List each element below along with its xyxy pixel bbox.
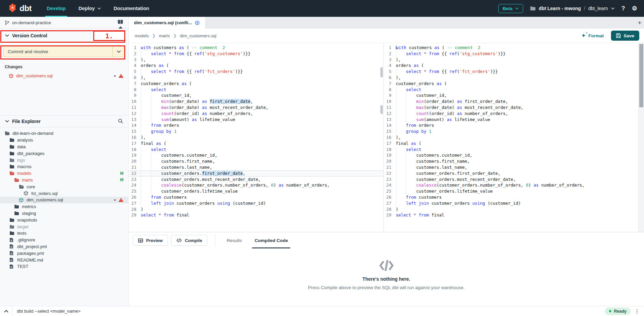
code-line-29[interactable]: 29select * from final: [129, 212, 383, 218]
scrollbar-thumb[interactable]: [380, 105, 383, 114]
tree-item-macros[interactable]: macros: [0, 163, 128, 170]
right-scrollbar[interactable]: [638, 43, 644, 232]
code-line-16[interactable]: 16),: [129, 134, 383, 141]
gear-icon[interactable]: ⚙: [632, 5, 637, 12]
code-line-15[interactable]: 15 group by 1: [384, 128, 639, 134]
code-line-12[interactable]: 12 count(order_id) as number_of_orders,: [384, 111, 639, 117]
commit-resolve-button[interactable]: Commit and resolve: [3, 46, 125, 57]
code-line-9[interactable]: 9 customer_id,: [384, 92, 639, 98]
code-line-21[interactable]: 21 customers.last_name,: [129, 164, 383, 170]
code-line-2[interactable]: 2 select * from {{ ref('stg_customers')}…: [384, 51, 639, 57]
code-line-15[interactable]: 15 group by 1: [129, 128, 383, 134]
code-line-14[interactable]: 14 from orders: [384, 122, 639, 128]
editor-tab-dim-customers[interactable]: dim_customers.sql (confli...: [129, 17, 205, 29]
code-line-4[interactable]: 4orders as (: [129, 63, 383, 69]
project-name[interactable]: dbt_learn: [588, 6, 608, 11]
search-icon[interactable]: [118, 118, 123, 125]
tree-item-TEST[interactable]: TEST: [0, 263, 128, 270]
commit-dropdown-toggle[interactable]: [112, 46, 125, 57]
code-line-23[interactable]: 23 customer_orders.most_recent_order_dat…: [129, 176, 383, 183]
code-line-9[interactable]: 9 customer_id,: [129, 92, 383, 98]
help-icon[interactable]: ?: [621, 5, 625, 12]
code-line-25[interactable]: 25 customer_orders.lifetime_value: [129, 188, 383, 194]
code-line-5[interactable]: 5 select * from {{ ref('fct_orders')}}: [384, 69, 639, 75]
breadcrumb-item-models[interactable]: models: [135, 33, 149, 38]
branch-row[interactable]: on-demand-practice: [0, 17, 128, 29]
tree-item-dim_customers.sql[interactable]: dim_customers.sql•: [0, 197, 128, 203]
scrollbar-thumb[interactable]: [380, 67, 383, 77]
code-line-29[interactable]: 29select * from final: [384, 212, 639, 218]
compile-button[interactable]: Compile: [171, 235, 207, 246]
editor-pane-left[interactable]: 1with customers as ( -- comment 22 selec…: [129, 43, 383, 232]
code-line-17[interactable]: 17final as (: [384, 141, 639, 147]
new-tab-button[interactable]: +: [635, 17, 644, 29]
code-line-12[interactable]: 12 count(order_id) as number_of_orders,: [129, 111, 383, 117]
code-line-16[interactable]: 16),: [384, 134, 639, 141]
code-line-26[interactable]: 26 from customers: [384, 194, 639, 200]
code-line-7[interactable]: 7customer_orders as (: [129, 81, 383, 87]
code-line-7[interactable]: 7customer_orders as (: [384, 81, 639, 87]
format-button[interactable]: ✦+ Format: [581, 33, 604, 39]
scrollbar-thumb[interactable]: [639, 44, 643, 107]
tree-item-logs[interactable]: logs: [0, 157, 128, 163]
code-line-28[interactable]: 28): [384, 206, 639, 212]
tree-item-data[interactable]: data: [0, 144, 128, 150]
code-line-3[interactable]: 3),: [129, 57, 383, 63]
tree-item-analysis[interactable]: analysis: [0, 137, 128, 144]
code-line-27[interactable]: 27 left join customer_orders using (cust…: [384, 200, 639, 206]
tree-item-fct_orders.sql[interactable]: fct_orders.sql: [0, 190, 128, 197]
code-line-20[interactable]: 20 customers.first_name,: [129, 158, 383, 164]
code-line-11[interactable]: 11 max(order_date) as most_recent_order_…: [129, 105, 383, 111]
code-line-22[interactable]: 22 customer_orders.first_order_date,: [384, 170, 639, 176]
code-line-27[interactable]: 27 left join customer_orders using (cust…: [129, 200, 383, 206]
code-line-1[interactable]: 1with customers as ( -- comment 2: [129, 45, 383, 51]
code-line-21[interactable]: 21 customers.last_name,: [384, 164, 639, 170]
kebab-menu-icon[interactable]: ⋮: [631, 308, 644, 314]
tab-results[interactable]: Results: [220, 232, 248, 248]
code-line-24[interactable]: 24 coalesce(customer_orders.number_of_or…: [384, 182, 639, 188]
dbt-logo[interactable]: dbt: [0, 3, 40, 14]
tree-item-dbt_packages[interactable]: dbt_packages: [0, 150, 128, 157]
tree-item-core[interactable]: core: [0, 183, 128, 190]
code-line-22[interactable]: 22 customer_orders.first_order_date,: [129, 170, 383, 176]
tree-item-target[interactable]: target: [0, 223, 128, 230]
code-line-10[interactable]: 10 min(order_date) as first_order_date,: [384, 98, 639, 105]
code-line-18[interactable]: 18 select: [129, 147, 383, 153]
nav-item-documentation[interactable]: Documentation: [107, 0, 156, 17]
code-line-23[interactable]: 23 customer_orders.most_recent_order_dat…: [384, 176, 639, 183]
command-input[interactable]: dbt build --select <model_name>: [12, 309, 605, 314]
code-line-19[interactable]: 19 customers.customer_id,: [129, 152, 383, 158]
code-line-11[interactable]: 11 max(order_date) as most_recent_order_…: [384, 105, 639, 111]
tree-item-snapshots[interactable]: snapshots: [0, 216, 128, 223]
tree-item-packages.yml[interactable]: packages.yml: [0, 250, 128, 256]
code-line-6[interactable]: 6),: [384, 75, 639, 81]
collapse-chevron-icon[interactable]: [0, 306, 12, 316]
code-line-28[interactable]: 28): [129, 206, 383, 212]
tree-item-dbt-learn-on-demand[interactable]: dbt-learn-on-demand: [0, 130, 128, 137]
code-line-13[interactable]: 13 sum(amount) as lifetime_value: [129, 117, 383, 123]
code-line-24[interactable]: 24 coalesce(customer_orders.number_of_or…: [129, 182, 383, 188]
code-line-1[interactable]: 1with customers as ( -- comment 2: [384, 45, 639, 51]
code-line-20[interactable]: 20 customers.first_name,: [384, 158, 639, 164]
code-line-4[interactable]: 4orders as (: [384, 63, 639, 69]
tree-item-metrics[interactable]: metrics: [0, 203, 128, 210]
save-button[interactable]: Save: [611, 31, 639, 41]
code-line-13[interactable]: 13 sum(amount) as lifetime_value: [384, 117, 639, 123]
tree-item-dbt_project.yml[interactable]: dbt_project.yml: [0, 243, 128, 250]
nav-item-deploy[interactable]: Deploy: [72, 0, 107, 17]
tree-item-README.md[interactable]: README.md: [0, 256, 128, 263]
tree-item-marts[interactable]: martsM: [0, 177, 128, 184]
code-line-8[interactable]: 8 select: [129, 87, 383, 93]
beta-button[interactable]: Beta: [498, 4, 523, 13]
left-pane-scrollbar[interactable]: [380, 43, 383, 232]
code-line-26[interactable]: 26 from customers: [129, 194, 383, 200]
code-line-19[interactable]: 19 customers.customer_id,: [384, 152, 639, 158]
tab-compiled-code[interactable]: Compiled Code: [248, 232, 294, 248]
code-line-14[interactable]: 14 from orders: [129, 122, 383, 128]
docs-book-icon[interactable]: [117, 19, 124, 26]
changes-item-dim-customers[interactable]: dim_customers.sql •: [0, 72, 128, 80]
breadcrumb-item-marts[interactable]: marts: [159, 33, 170, 38]
tree-item-tests[interactable]: tests: [0, 230, 128, 237]
code-line-18[interactable]: 18 select: [384, 147, 639, 153]
tree-item-staging[interactable]: staging: [0, 210, 128, 217]
